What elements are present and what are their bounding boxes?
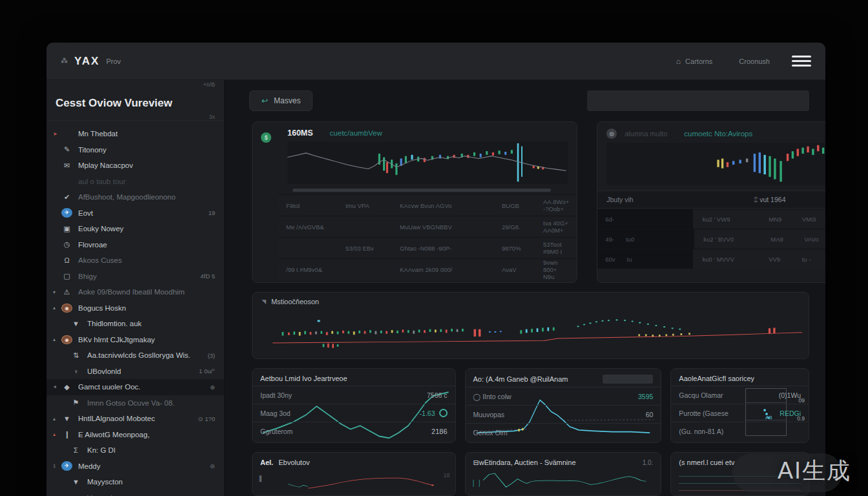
sidebar-item[interactable]: ✈ Eovt 19 [46,205,224,222]
table-row[interactable]: 6d- ku2 ' VW9 MN9 VM0i tu t [597,209,825,229]
main-area: ↩ Masves $ 160MS [225,80,825,496]
table-row[interactable]: Me /A/vGVB& MuUaw VBGNBBV 29/G8. tva 40G… [278,216,577,237]
table-row[interactable]: /99 t #M9v0& KAAvam 2k09 000/ AvaV 9vwn … [278,258,577,280]
sidebar-item-value: ⊜ [210,462,215,470]
sidebar-item[interactable]: ▼ Thidlomtion. auk [46,316,224,332]
expand-caret-icon[interactable]: ▴ [53,416,61,422]
stat-row[interactable]: Muuvopas 60 [466,405,661,423]
sidebar-item[interactable]: Σ Kn: G Dl [46,442,224,459]
red-line-chart[interactable] [268,471,440,493]
menu-icon[interactable] [792,56,811,67]
expand-caret-icon[interactable]: ▾ [53,289,61,295]
chart-hscrollbar[interactable] [293,189,551,192]
sidebar-item[interactable]: ✔ AfBushoot, Mapgoodlieonono [46,189,224,205]
collapse-caret-icon[interactable]: ◥ [262,298,266,305]
sidebar-item-label: Aoke 09/Bownd Ibeatil Moodhim [78,288,210,296]
table-row[interactable]: F9tol tmu VPA KAcvw Bvun AGVo BUGB AA.8W… [278,194,577,216]
stat-row[interactable]: Maag 3od -1.63 [253,404,455,422]
sidebar-item[interactable]: ▼ Mayyscton [46,474,224,490]
card-title-row: ⊟wEtindara, Auctien - Svämnine 1.0. [466,453,661,470]
table-row[interactable]: 49- tu0 ku2 ' BVV0 MA9 VAVo AVV0 s tu [597,229,825,249]
expand-caret-icon[interactable]: 1 [53,463,61,469]
stat-row[interactable]: Gacqu Olamar (0)1Wu [671,386,809,404]
sidebar-item[interactable]: ▣ Eouky Nowey [46,221,224,237]
wide-candle-line-chart[interactable] [259,308,802,349]
sidebar-item[interactable]: 1 ✈ Meddy ⊜ [46,459,224,475]
sidebar-item[interactable]: ▴ ◉ BKv hlrnt CJkJtgmakay [46,332,224,348]
nav-right-link[interactable]: Croonush [734,57,770,65]
table-row[interactable]: 60v tu ku0 ' MVVV VV9 tu - 59TC s tu I [597,249,825,269]
sidebar-item-label: Kn: G Dl [87,446,210,454]
sidebar-item-label: Mayyscton [87,478,210,486]
logo-mark-icon: ⁂ [61,57,68,65]
sidebar-item-label: Bogucs Hoskn [78,304,210,312]
nav-right-link[interactable]: ⌂ Cartorns [676,57,712,66]
expand-caret-icon[interactable]: ▴ [53,431,61,437]
sidebar-item[interactable]: ▴ ❙ E AilwotG Meonpoag, [46,427,224,443]
sidebar-title: Cesst Oviow Vureview [46,85,224,121]
sidebar-item-value: 1 0u/° [199,367,215,375]
candlestick-chart-left[interactable] [287,141,568,184]
sidebar-item[interactable]: aul o taub tour [46,174,224,190]
logo[interactable]: ⁂ YAX Prov [61,55,121,68]
card-flow: Ao: (A.4m Ganeb @RuilAnam ◯ IInto colw 3… [465,368,662,443]
sidebar-item-icon: Ω [61,256,72,264]
sidebar-item[interactable]: ⚑ Imnn Gotso Ocuve Va- 08. [46,395,224,411]
compare-link[interactable]: cumoetc Nto:Avirops [684,130,752,138]
row-chip: 60v tu [597,249,693,269]
stat-row[interactable]: (Gu. non-81 A) [671,422,809,440]
sidebar: +n/B 3x Cesst Oviow Vureview ➤ Mn Thebda… [46,80,225,496]
sidebar-list: ➤ Mn Thebdat ✎ Titonony ✉ Mplay Nacacpov [46,121,224,496]
candle-view-link[interactable]: cuetc/aumbVew [330,129,382,137]
expand-caret-icon[interactable]: ✦ [53,384,61,390]
table-row[interactable]: 53/03 EBv Ghtao -N088 -90P- 9870% 53Toot… [278,237,577,258]
stat-value: 60 [646,411,654,418]
stat-label: Ipadt 30ny [260,391,292,399]
sidebar-item[interactable]: ✎ Titonony [46,142,224,158]
sidebar-item[interactable]: Ω Akoos Cuses [46,253,224,269]
back-icon: ↩ [262,96,268,105]
sidebar-item-value: 4fD 5 [200,273,215,280]
stat-row[interactable]: Genox Oim [466,423,661,441]
expand-caret-icon[interactable]: ▴ [53,305,61,311]
stat-value: 2186 [431,428,447,435]
stat-row[interactable]: Ggruterom 2186 [253,422,455,440]
expand-caret-icon[interactable]: ➤ [53,131,61,137]
mini-filter-input[interactable] [603,375,653,384]
sidebar-item-label: Eouky Nowey [78,225,210,232]
back-button[interactable]: ↩ Masves [249,90,313,111]
stat-row[interactable]: Ipadt 30ny 7566 c [253,386,455,404]
teal-line-chart[interactable] [479,471,651,493]
sidebar-item[interactable]: ⇅ Aa.tacnivwlcds Goslloryga Wis. (3) [46,347,224,364]
sidebar-item-value: (3) [207,352,215,359]
stat-value: REDGi [780,409,801,417]
stat-row[interactable]: Purotte (Gasese REDGi [671,404,809,422]
search-input[interactable] [587,90,809,111]
card-title: Ael. [260,459,273,466]
gutter-glyph: ❘❘ [471,479,482,487]
sidebar-item[interactable]: ↘ Vooundae 108 [46,490,224,496]
sidebar-item-value: ⊛ [210,384,215,391]
candlestick-chart-right[interactable] [606,143,825,185]
expand-caret-icon[interactable]: ▴ [53,336,61,342]
logo-suffix: Prov [106,57,121,65]
sidebar-item[interactable]: ▴ ▼ HntlLAlgnaool Mobotec ⊙ 1?0 [46,411,224,427]
sidebar-item[interactable]: ✦ ◆ Gamct uuoler Ooc. ⊛ [46,379,224,395]
sidebar-item-label: Thidlomtion. auk [87,320,210,327]
sidebar-item[interactable]: ♀ UBovlonld 1 0u/° [46,364,224,380]
sidebar-item[interactable]: ▢ Bhigy 4fD 5 [46,269,224,285]
sidebar-item-label: Gamct uuoler Ooc. [78,383,205,391]
sidebar-item[interactable]: ➤ Mn Thebdat [46,126,224,142]
panel-left-gutter: $ [258,132,274,210]
card-title: Ao: (A.4m Ganeb @RuilAnam [473,375,568,383]
sidebar-item[interactable]: ◷ Flovroae [46,237,224,253]
stat-row[interactable]: ◯ IInto colw 3595 [466,387,661,405]
sidebar-item-icon: ▼ [70,320,81,327]
stat-label: Ggruterom [260,428,293,435]
sidebar-item[interactable]: ▾ ⚠ Aoke 09/Bownd Ibeatil Moodhim [46,284,224,300]
coin-icon: ◍ [606,129,617,139]
sidebar-item-icon: ◷ [61,240,72,249]
sidebar-item[interactable]: ▴ ◉ Bogucs Hoskn [46,300,224,316]
sidebar-item[interactable]: ✉ Mplay Nacacpov [46,158,224,174]
nav-right-label: Croonush [739,57,770,65]
